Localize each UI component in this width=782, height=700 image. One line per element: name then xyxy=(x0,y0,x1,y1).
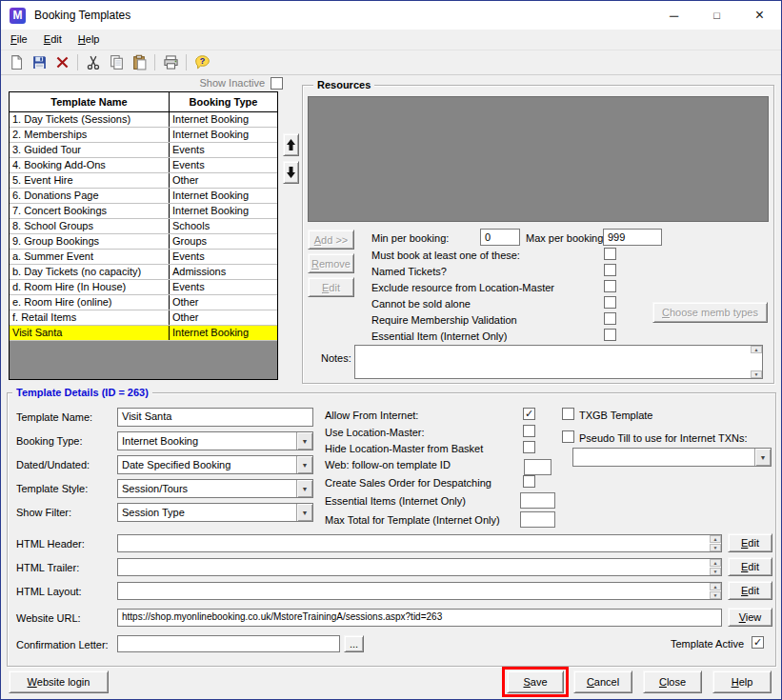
website-url-input[interactable]: https://shop.myonlinebooking.co.uk/Mstor… xyxy=(117,609,722,627)
cannot-be-sold-alone-checkbox[interactable] xyxy=(604,296,616,309)
menu-file[interactable]: File xyxy=(4,30,34,50)
html-header-edit-button[interactable]: Edit xyxy=(728,533,772,552)
html-trailer-edit-button[interactable]: Edit xyxy=(728,557,772,576)
essential-items-input[interactable] xyxy=(520,492,555,509)
remove-resource-button[interactable]: Remove xyxy=(308,253,354,273)
copy-button[interactable] xyxy=(105,51,128,73)
booking-type-select[interactable]: Internet Booking▼ xyxy=(117,431,313,450)
txgb-template-checkbox[interactable] xyxy=(562,408,574,420)
new-button[interactable] xyxy=(5,51,28,73)
minimize-button[interactable]: ─ xyxy=(652,1,695,30)
table-row[interactable]: 5. Event HireOther xyxy=(10,173,277,189)
html-header-input[interactable] xyxy=(117,534,722,552)
require-membership-validation-checkbox[interactable] xyxy=(604,312,616,325)
cancel-button[interactable]: Cancel xyxy=(573,670,632,693)
menu-help[interactable]: Help xyxy=(71,30,107,50)
move-down-button[interactable] xyxy=(283,161,299,184)
table-row[interactable]: f. Retail ItemsOther xyxy=(10,310,277,326)
table-row-selected[interactable]: Visit SantaInternet Booking xyxy=(10,326,277,341)
table-row[interactable]: a. Summer EventEvents xyxy=(10,250,277,265)
save-toolbar-button[interactable] xyxy=(28,51,50,73)
delete-button[interactable] xyxy=(50,51,73,73)
edit-resource-button[interactable]: Edit xyxy=(308,277,354,297)
show-filter-value: Session Type xyxy=(118,504,296,521)
close-button[interactable]: × xyxy=(738,1,781,30)
must-book-checkbox[interactable] xyxy=(604,248,616,260)
exclude-resource-checkbox[interactable] xyxy=(604,280,616,292)
scroll-up-icon[interactable]: ▲ xyxy=(710,559,721,567)
show-inactive-checkbox[interactable] xyxy=(271,77,283,90)
dropdown-arrow-icon[interactable]: ▼ xyxy=(296,456,312,473)
pseudo-till-select[interactable]: ▼ xyxy=(572,448,772,467)
allow-from-internet-checkbox[interactable]: ✓ xyxy=(523,408,535,420)
dropdown-arrow-icon[interactable]: ▼ xyxy=(296,504,312,521)
table-row[interactable]: 1. Day Tickets (Sessions)Internet Bookin… xyxy=(10,112,277,128)
pseudo-till-label: Pseudo Till to use for Internet TXNs: xyxy=(579,432,748,445)
template-active-checkbox[interactable]: ✓ xyxy=(752,636,764,649)
scroll-down-icon[interactable]: ▼ xyxy=(710,568,721,575)
resources-list[interactable] xyxy=(308,96,769,222)
menu-edit[interactable]: Edit xyxy=(37,30,69,50)
dropdown-arrow-icon[interactable]: ▼ xyxy=(296,480,312,497)
help-button[interactable]: Help xyxy=(712,670,772,693)
web-follow-on-input[interactable] xyxy=(524,459,551,475)
cut-button[interactable] xyxy=(82,51,105,73)
table-row[interactable]: 3. Guided TourEvents xyxy=(10,143,277,158)
scroll-down-icon[interactable]: ▼ xyxy=(710,591,721,599)
maximize-button[interactable]: □ xyxy=(695,1,738,30)
template-style-label: Template Style: xyxy=(16,483,88,495)
essential-item-checkbox[interactable] xyxy=(604,329,616,341)
min-per-booking-input[interactable]: 0 xyxy=(480,229,520,246)
view-button[interactable]: View xyxy=(728,608,772,627)
scroll-up-icon[interactable]: ▲ xyxy=(710,583,721,590)
choose-memb-types-button[interactable]: Choose memb types xyxy=(652,302,768,323)
table-row[interactable]: 4. Booking Add-OnsEvents xyxy=(10,158,277,173)
table-row[interactable]: e. Room Hire (online)Other xyxy=(10,295,277,310)
max-total-input[interactable] xyxy=(520,511,555,528)
help-toolbar-button[interactable]: ? xyxy=(190,51,213,73)
html-header-label: HTML Header: xyxy=(16,538,85,550)
check-mark: ✓ xyxy=(525,409,533,419)
browse-button[interactable]: ... xyxy=(344,635,364,652)
html-layout-edit-button[interactable]: Edit xyxy=(728,581,772,600)
max-per-booking-input[interactable]: 999 xyxy=(603,229,662,246)
table-row[interactable]: 6. Donations PageInternet Booking xyxy=(10,189,277,204)
named-tickets-checkbox[interactable] xyxy=(604,264,616,276)
dated-undated-select[interactable]: Date Specified Booking▼ xyxy=(117,455,313,474)
save-button[interactable]: Save xyxy=(507,670,564,693)
dropdown-arrow-icon[interactable]: ▼ xyxy=(754,449,771,466)
hide-location-master-checkbox[interactable] xyxy=(523,441,535,453)
table-row[interactable]: 2. MembershipsInternet Booking xyxy=(10,128,277,143)
use-location-master-checkbox[interactable] xyxy=(523,425,535,437)
add-resource-button[interactable]: Add >> xyxy=(308,230,354,250)
html-trailer-input[interactable] xyxy=(117,558,722,576)
show-filter-select[interactable]: Session Type▼ xyxy=(117,503,313,522)
create-sales-order-checkbox[interactable] xyxy=(523,475,535,488)
html-layout-label: HTML Layout: xyxy=(16,586,82,598)
scroll-down-icon[interactable]: ▼ xyxy=(751,370,762,378)
template-name-input[interactable]: Visit Santa xyxy=(117,408,313,427)
dropdown-arrow-icon[interactable]: ▼ xyxy=(296,432,312,450)
table-row[interactable]: 9. Group BookingsGroups xyxy=(10,234,277,250)
table-row[interactable]: 8. School GroupsSchools xyxy=(10,219,277,234)
print-button[interactable] xyxy=(159,51,182,73)
table-row[interactable]: b. Day Tickets (no capacity)Admissions xyxy=(10,265,277,280)
confirmation-letter-input[interactable] xyxy=(117,635,340,652)
use-location-master-label: Use Location-Master: xyxy=(325,427,425,439)
html-layout-input[interactable] xyxy=(117,582,722,600)
scroll-down-icon[interactable]: ▼ xyxy=(710,544,721,551)
template-name-cell: 4. Booking Add-Ons xyxy=(10,158,170,172)
pseudo-till-checkbox[interactable] xyxy=(562,430,574,443)
notes-textarea[interactable] xyxy=(354,345,763,379)
move-up-button[interactable] xyxy=(283,133,299,156)
scroll-up-icon[interactable]: ▲ xyxy=(710,535,721,543)
scroll-up-icon[interactable]: ▲ xyxy=(751,346,762,353)
close-button-footer[interactable]: Close xyxy=(643,670,702,693)
template-style-select[interactable]: Session/Tours▼ xyxy=(117,479,313,498)
table-row[interactable]: d. Room Hire (In House)Events xyxy=(10,280,277,295)
table-row[interactable]: 7. Concert BookingsInternet Booking xyxy=(10,204,277,219)
booking-type-cell: Other xyxy=(170,310,277,325)
paste-button[interactable] xyxy=(128,51,150,73)
website-login-button[interactable]: Website login xyxy=(9,670,109,693)
template-name-cell: 3. Guided Tour xyxy=(10,143,170,157)
